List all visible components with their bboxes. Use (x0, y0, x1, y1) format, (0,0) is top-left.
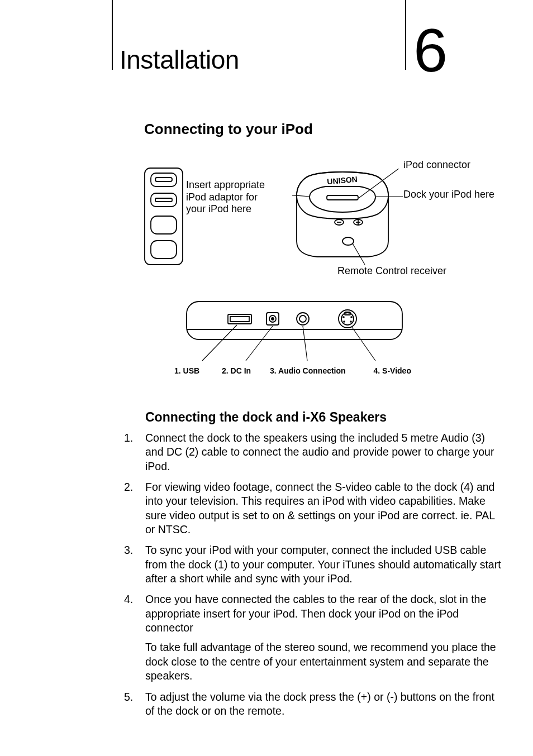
adaptor-label-line3: your iPod here (186, 203, 265, 216)
svg-point-33 (350, 320, 352, 323)
step-item: 1. Connect the dock to the speakers usin… (124, 431, 504, 473)
step-item: 4. Once you have connected the cables to… (124, 592, 504, 683)
port-label-svideo: 4. S-Video (374, 366, 411, 375)
instruction-steps: 1. Connect the dock to the speakers usin… (124, 431, 504, 725)
svg-rect-20 (228, 314, 251, 324)
svg-rect-5 (151, 216, 177, 234)
svg-rect-18 (187, 302, 402, 339)
step-number: 4. (124, 592, 145, 683)
step-number: 2. (124, 480, 145, 537)
dock-top-illustration: UNISON (292, 169, 404, 269)
port-label-dcin: 2. DC In (222, 366, 251, 375)
adaptor-label-line2: iPod adaptor for (186, 192, 265, 204)
step-item: 3. To sync your iPod with your computer,… (124, 543, 504, 586)
svg-point-24 (272, 318, 274, 320)
svg-line-36 (303, 326, 307, 361)
step-text: To sync your iPod with your computer, co… (145, 543, 504, 586)
svg-rect-4 (155, 198, 172, 202)
adaptor-instruction-label: Insert appropriate iPod adaptor for your… (186, 179, 265, 216)
step-text: Connect the dock to the speakers using t… (145, 431, 504, 473)
svg-rect-6 (151, 241, 177, 259)
step-text: For viewing video footage, connect the S… (145, 480, 504, 537)
section-heading-connecting-dock: Connecting the dock and i-X6 Speakers (145, 410, 387, 425)
adaptor-stack-illustration (144, 168, 183, 265)
brand-text: UNISON (327, 175, 358, 186)
step-text-p1: Once you have connected the cables to th… (145, 592, 504, 635)
svg-line-14 (292, 194, 310, 197)
page-number: 6 (413, 20, 448, 81)
port-label-audio: 3. Audio Connection (270, 366, 346, 375)
step-number: 5. (124, 690, 145, 719)
svg-line-35 (246, 326, 273, 361)
svg-point-25 (297, 313, 309, 325)
step-number: 1. (124, 431, 145, 473)
svg-rect-1 (151, 173, 177, 186)
dock-ipod-here-label: Dock your iPod here (403, 189, 494, 200)
adaptor-label-line1: Insert appropriate (186, 179, 265, 192)
svg-point-31 (350, 316, 353, 318)
step-item: 5. To adjust the volume via the dock pre… (124, 690, 504, 719)
step-text: Once you have connected the cables to th… (145, 592, 504, 683)
svg-rect-7 (327, 195, 358, 200)
dock-rear-illustration (185, 300, 403, 364)
page-title: Installation (120, 45, 239, 75)
header-divider-left (112, 0, 113, 70)
svg-rect-21 (230, 317, 249, 322)
svg-line-17 (353, 243, 365, 265)
port-label-usb: 1. USB (174, 366, 199, 375)
svg-line-37 (352, 327, 375, 361)
remote-receiver-label: Remote Control receiver (337, 265, 446, 277)
step-text-p2: To take full advantage of the stereo sou… (145, 640, 504, 683)
step-text: To adjust the volume via the dock press … (145, 690, 504, 719)
ipod-connector-label: iPod connector (403, 159, 470, 171)
step-number: 3. (124, 543, 145, 586)
svg-rect-2 (155, 178, 172, 181)
port-labels-row: 1. USB 2. DC In 3. Audio Connection 4. S… (174, 366, 411, 375)
svg-point-13 (342, 237, 354, 245)
svg-rect-3 (151, 193, 177, 207)
svg-point-26 (299, 315, 306, 322)
svg-point-30 (342, 316, 345, 318)
svg-point-32 (343, 320, 345, 323)
section-heading-connecting-ipod: Connecting to your iPod (144, 121, 313, 138)
page-header: Installation (120, 45, 239, 75)
svg-line-34 (202, 325, 237, 361)
header-divider-right (405, 0, 406, 70)
step-item: 2. For viewing video footage, connect th… (124, 480, 504, 537)
